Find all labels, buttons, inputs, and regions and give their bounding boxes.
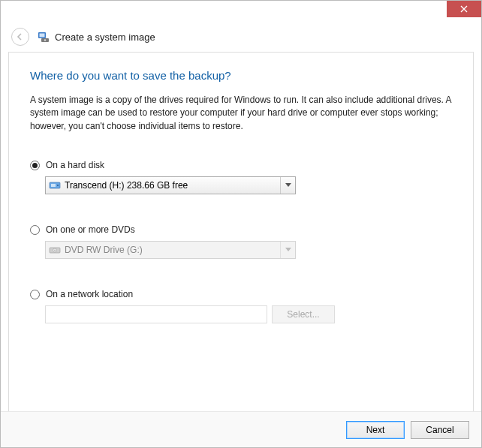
radio-hard-disk-row[interactable]: On a hard disk bbox=[30, 160, 452, 170]
chevron-down-icon bbox=[280, 177, 295, 194]
network-path-input bbox=[45, 305, 267, 323]
radio-network[interactable] bbox=[30, 290, 40, 299]
close-button[interactable] bbox=[447, 1, 481, 17]
page-heading: Where do you want to save the backup? bbox=[30, 69, 452, 82]
option-hard-disk: On a hard disk Transcend (H:) 238.66 GB … bbox=[30, 160, 452, 194]
radio-dvd-row[interactable]: On one or more DVDs bbox=[30, 224, 452, 235]
titlebar bbox=[1, 1, 481, 23]
svg-rect-1 bbox=[40, 34, 45, 38]
radio-dvd-label: On one or more DVDs bbox=[46, 224, 135, 235]
hard-disk-select[interactable]: Transcend (H:) 238.66 GB free bbox=[45, 176, 296, 194]
dvd-select: DVD RW Drive (G:) bbox=[45, 241, 296, 259]
cancel-button[interactable]: Cancel bbox=[411, 421, 469, 439]
option-network: On a network location Select... bbox=[30, 289, 452, 323]
option-dvd: On one or more DVDs DVD RW Drive (G:) bbox=[30, 224, 452, 259]
svg-point-3 bbox=[44, 39, 46, 41]
back-button bbox=[11, 28, 29, 46]
radio-dvd[interactable] bbox=[30, 225, 40, 235]
wizard-title: Create a system image bbox=[55, 32, 155, 43]
radio-network-label: On a network location bbox=[46, 289, 133, 299]
radio-network-row[interactable]: On a network location bbox=[30, 289, 452, 299]
page-description: A system image is a copy of the drives r… bbox=[30, 94, 452, 133]
system-image-icon bbox=[37, 30, 50, 44]
hard-disk-icon bbox=[49, 179, 61, 191]
close-icon bbox=[460, 5, 468, 13]
content-area: Where do you want to save the backup? A … bbox=[8, 52, 474, 425]
radio-hard-disk[interactable] bbox=[30, 161, 40, 170]
dvd-value: DVD RW Drive (G:) bbox=[65, 245, 280, 255]
chevron-down-icon bbox=[280, 242, 295, 258]
browse-network-button: Select... bbox=[272, 305, 335, 323]
svg-rect-5 bbox=[51, 184, 56, 187]
dvd-drive-icon bbox=[49, 244, 61, 256]
footer: Next Cancel bbox=[1, 411, 481, 447]
radio-hard-disk-label: On a hard disk bbox=[46, 160, 104, 170]
hard-disk-value: Transcend (H:) 238.66 GB free bbox=[65, 180, 280, 191]
wizard-header: Create a system image bbox=[1, 25, 481, 52]
back-arrow-icon bbox=[16, 32, 25, 41]
svg-point-6 bbox=[57, 185, 59, 186]
svg-point-9 bbox=[54, 250, 55, 251]
next-button[interactable]: Next bbox=[346, 421, 405, 439]
